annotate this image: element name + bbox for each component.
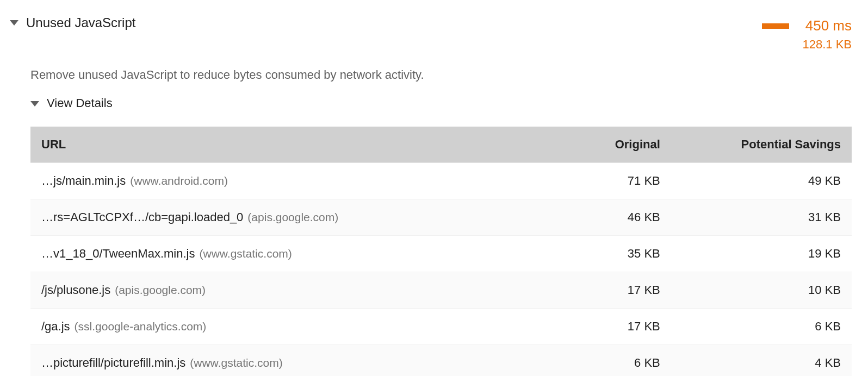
cell-savings: 4 KB (671, 345, 852, 377)
metric-time: 450 ms (805, 17, 852, 34)
metric-block: 450 ms 128.1 KB (762, 15, 852, 52)
cell-savings: 6 KB (671, 309, 852, 345)
table-row: …rs=AGLTcCPXf…/cb=gapi.loaded_0(apis.goo… (30, 199, 852, 236)
metric-bar-icon (762, 23, 789, 29)
cell-original: 17 KB (540, 309, 671, 345)
details-table: URL Original Potential Savings …js/main.… (30, 127, 852, 376)
cell-url[interactable]: …v1_18_0/TweenMax.min.js(www.gstatic.com… (30, 236, 540, 272)
audit-title: Unused JavaScript (26, 15, 135, 30)
table-row: …v1_18_0/TweenMax.min.js(www.gstatic.com… (30, 236, 852, 272)
cell-url[interactable]: …picturefill/picturefill.min.js(www.gsta… (30, 345, 540, 377)
cell-url[interactable]: /ga.js(ssl.google-analytics.com) (30, 309, 540, 345)
cell-original: 6 KB (540, 345, 671, 377)
chevron-down-icon (30, 101, 39, 106)
table-row: /js/plusone.js(apis.google.com)17 KB10 K… (30, 272, 852, 309)
view-details-toggle[interactable]: View Details (30, 96, 852, 127)
url-host: (apis.google.com) (115, 284, 206, 296)
url-path: /ga.js (41, 319, 70, 333)
col-original[interactable]: Original (540, 127, 671, 163)
url-path: …v1_18_0/TweenMax.min.js (41, 247, 195, 260)
table-row: /ga.js(ssl.google-analytics.com)17 KB6 K… (30, 309, 852, 345)
url-host: (www.gstatic.com) (199, 247, 292, 260)
audit-header: Unused JavaScript 450 ms 128.1 KB (10, 5, 852, 58)
metric-size: 128.1 KB (802, 37, 852, 52)
url-path: …rs=AGLTcCPXf…/cb=gapi.loaded_0 (41, 210, 243, 224)
cell-savings: 31 KB (671, 199, 852, 236)
table-row: …js/main.min.js(www.android.com)71 KB49 … (30, 163, 852, 199)
url-host: (www.gstatic.com) (190, 356, 282, 369)
table-header-row: URL Original Potential Savings (30, 127, 852, 163)
cell-original: 46 KB (540, 199, 671, 236)
cell-savings: 49 KB (671, 163, 852, 199)
cell-original: 71 KB (540, 163, 671, 199)
cell-url[interactable]: …rs=AGLTcCPXf…/cb=gapi.loaded_0(apis.goo… (30, 199, 540, 236)
url-path: …picturefill/picturefill.min.js (41, 356, 185, 369)
view-details-label: View Details (47, 96, 113, 110)
col-url[interactable]: URL (30, 127, 540, 163)
url-host: (apis.google.com) (247, 211, 338, 223)
audit-description: Remove unused JavaScript to reduce bytes… (30, 58, 852, 96)
url-host: (ssl.google-analytics.com) (75, 320, 207, 333)
url-path: …js/main.min.js (41, 174, 126, 187)
table-row: …picturefill/picturefill.min.js(www.gsta… (30, 345, 852, 377)
url-path: /js/plusone.js (41, 283, 110, 297)
cell-savings: 19 KB (671, 236, 852, 272)
cell-url[interactable]: /js/plusone.js(apis.google.com) (30, 272, 540, 309)
col-savings[interactable]: Potential Savings (671, 127, 852, 163)
cell-url[interactable]: …js/main.min.js(www.android.com) (30, 163, 540, 199)
collapse-caret-icon[interactable] (10, 20, 18, 26)
cell-original: 35 KB (540, 236, 671, 272)
cell-original: 17 KB (540, 272, 671, 309)
url-host: (www.android.com) (130, 174, 228, 187)
cell-savings: 10 KB (671, 272, 852, 309)
